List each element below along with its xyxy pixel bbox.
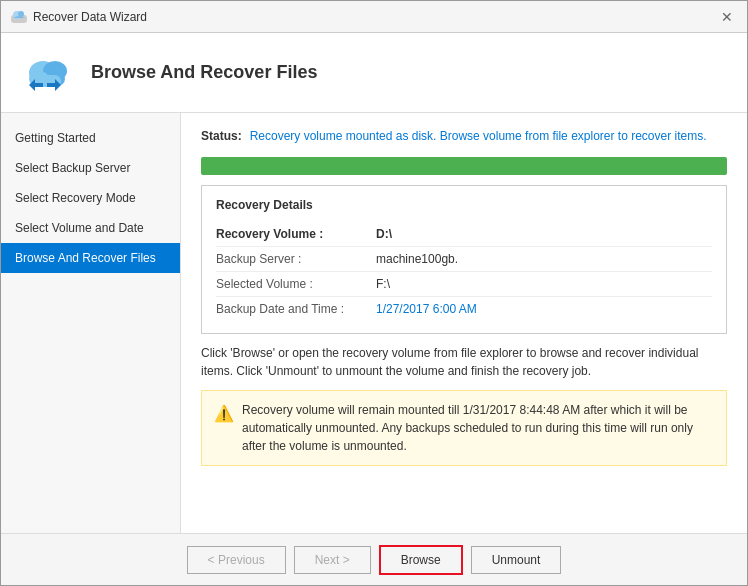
detail-value-volume: D:\ — [376, 227, 392, 241]
detail-key-sel-volume: Selected Volume : — [216, 277, 376, 291]
detail-value-date: 1/27/2017 6:00 AM — [376, 302, 477, 316]
sidebar-item-backup-server[interactable]: Select Backup Server — [1, 153, 180, 183]
detail-row-volume: Recovery Volume : D:\ — [216, 222, 712, 247]
header-title: Browse And Recover Files — [91, 62, 317, 83]
content-area: Getting Started Select Backup Server Sel… — [1, 113, 747, 533]
detail-row-date: Backup Date and Time : 1/27/2017 6:00 AM — [216, 297, 712, 321]
title-bar-left: Recover Data Wizard — [11, 9, 147, 25]
sidebar-item-recovery-mode[interactable]: Select Recovery Mode — [1, 183, 180, 213]
next-button[interactable]: Next > — [294, 546, 371, 574]
status-label: Status: — [201, 129, 242, 143]
detail-key-server: Backup Server : — [216, 252, 376, 266]
recovery-details-title: Recovery Details — [216, 198, 712, 212]
status-text: Recovery volume mounted as disk. Browse … — [250, 129, 707, 143]
browse-button[interactable]: Browse — [379, 545, 463, 575]
warning-box: ⚠️ Recovery volume will remain mounted t… — [201, 390, 727, 466]
window-title: Recover Data Wizard — [33, 10, 147, 24]
status-bar: Status: Recovery volume mounted as disk.… — [201, 129, 727, 143]
detail-value-sel-volume: F:\ — [376, 277, 390, 291]
progress-bar-fill — [201, 157, 727, 175]
sidebar: Getting Started Select Backup Server Sel… — [1, 113, 181, 533]
sidebar-item-volume-date[interactable]: Select Volume and Date — [1, 213, 180, 243]
footer: < Previous Next > Browse Unmount — [1, 533, 747, 585]
recovery-details-box: Recovery Details Recovery Volume : D:\ B… — [201, 185, 727, 334]
info-text: Click 'Browse' or open the recovery volu… — [201, 344, 727, 380]
close-button[interactable]: ✕ — [717, 7, 737, 27]
detail-value-server: machine100gb. — [376, 252, 458, 266]
sidebar-item-getting-started[interactable]: Getting Started — [1, 123, 180, 153]
progress-bar — [201, 157, 727, 175]
detail-row-server: Backup Server : machine100gb. — [216, 247, 712, 272]
detail-row-sel-volume: Selected Volume : F:\ — [216, 272, 712, 297]
sidebar-item-browse-recover[interactable]: Browse And Recover Files — [1, 243, 180, 273]
warning-icon: ⚠️ — [214, 402, 234, 426]
main-content: Status: Recovery volume mounted as disk.… — [181, 113, 747, 533]
warning-text: Recovery volume will remain mounted till… — [242, 401, 714, 455]
detail-key-volume: Recovery Volume : — [216, 227, 376, 241]
unmount-button[interactable]: Unmount — [471, 546, 562, 574]
wizard-icon — [21, 45, 77, 101]
header: Browse And Recover Files — [1, 33, 747, 113]
header-icon — [21, 45, 77, 101]
title-bar: Recover Data Wizard ✕ — [1, 1, 747, 33]
main-window: Recover Data Wizard ✕ Browse And Recover… — [0, 0, 748, 586]
app-icon — [11, 9, 27, 25]
previous-button[interactable]: < Previous — [187, 546, 286, 574]
detail-key-date: Backup Date and Time : — [216, 302, 376, 316]
